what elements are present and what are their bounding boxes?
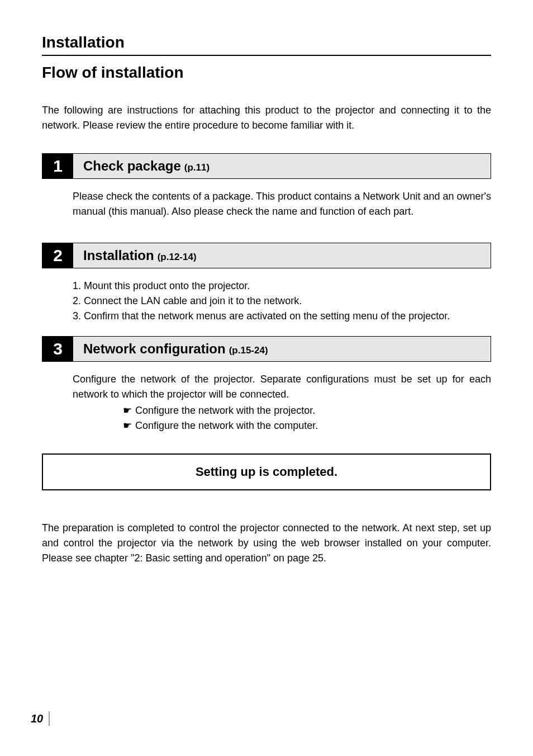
step-title-2: Installation (p.12-14) — [73, 243, 491, 268]
bullet-text: Configure the network with the projector… — [135, 403, 315, 418]
step-number-1: 1 — [42, 154, 73, 178]
step-header-2: 2 Installation (p.12-14) — [42, 243, 491, 268]
step-header-1: 1 Check package (p.11) — [42, 153, 491, 179]
step-pageref-2: (p.12-14) — [158, 252, 197, 263]
list-item: 1. Mount this product onto the projector… — [73, 278, 491, 294]
step-pageref-3: (p.15-24) — [229, 345, 268, 356]
step-number-2: 2 — [42, 243, 73, 268]
step-title-text-1: Check package — [83, 158, 181, 174]
step-title-1: Check package (p.11) — [73, 154, 491, 178]
hand-icon: ☛ — [123, 403, 132, 418]
list-item: 2. Connect the LAN cable and join it to … — [73, 294, 491, 309]
intro-paragraph: The following are instructions for attac… — [42, 103, 491, 133]
completion-box: Setting up is completed. — [42, 453, 491, 490]
step-block-2: 2 Installation (p.12-14) 1. Mount this p… — [42, 243, 491, 324]
step-body-3: Configure the network of the projector. … — [42, 372, 491, 402]
bullet-item: ☛ Configure the network with the compute… — [123, 418, 491, 433]
step-header-3: 3 Network configuration (p.15-24) — [42, 336, 491, 362]
bullet-text: Configure the network with the computer. — [135, 418, 318, 433]
page-header-title: Installation — [42, 34, 491, 56]
bullet-list-3: ☛ Configure the network with the project… — [42, 403, 491, 433]
hand-icon: ☛ — [123, 418, 132, 433]
step-block-1: 1 Check package (p.11) Please check the … — [42, 153, 491, 219]
bullet-item: ☛ Configure the network with the project… — [123, 403, 491, 418]
step-pageref-1: (p.11) — [184, 162, 210, 173]
step-title-text-3: Network configuration — [83, 341, 226, 357]
step-list-2: 1. Mount this product onto the projector… — [42, 278, 491, 324]
step-title-text-2: Installation — [83, 248, 154, 263]
list-item: 3. Confirm that the network menus are ac… — [73, 309, 491, 324]
step-title-3: Network configuration (p.15-24) — [73, 337, 491, 361]
step-block-3: 3 Network configuration (p.15-24) Config… — [42, 336, 491, 433]
page-number: 10 — [31, 711, 50, 726]
outro-paragraph: The preparation is completed to control … — [42, 521, 491, 566]
step-body-1: Please check the contents of a package. … — [42, 189, 491, 219]
step-number-3: 3 — [42, 337, 73, 361]
page-subtitle: Flow of installation — [42, 64, 491, 82]
